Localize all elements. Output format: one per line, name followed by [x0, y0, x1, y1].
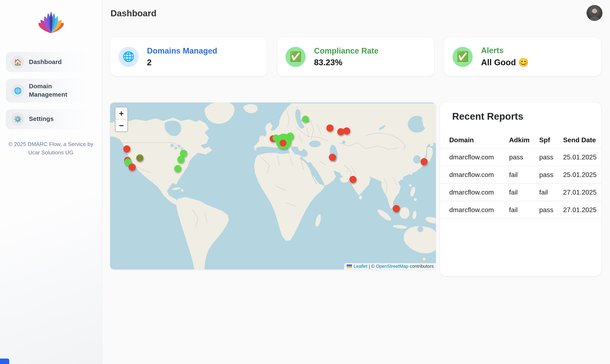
globe-icon: 🌐 — [11, 84, 24, 97]
stat-card-value: 83.23% — [314, 58, 378, 67]
report-cell: pass — [539, 171, 563, 179]
map-attribution: Leaflet | © OpenStreetMap contributors — [344, 263, 436, 270]
report-marker-red[interactable] — [123, 145, 130, 153]
recent-reports-panel: Recent Reports DomainAdkimSpfSend Datedm… — [440, 103, 601, 276]
leaf-logo-icon — [38, 9, 63, 34]
report-marker-green[interactable] — [180, 150, 187, 157]
sidebar-item-label: Dashboard — [29, 58, 62, 66]
stat-cards-row: 🌐Domains Managed2✅Compliance Rate83.23%✅… — [110, 37, 601, 76]
report-row: dmarcflow.comfailpass25.01.2025 — [440, 166, 601, 184]
sidebar-item-label: Domain Management — [29, 82, 80, 99]
column-header: Spf — [539, 136, 563, 144]
zoom-out-button[interactable]: − — [116, 120, 127, 131]
report-row: dmarcflow.comfailfail27.01.2025 — [440, 184, 601, 201]
report-marker-red[interactable] — [349, 176, 357, 183]
report-row: dmarcflow.compasspass25.01.2025 — [440, 149, 601, 166]
sidebar-nav: 🏠Dashboard🌐Domain Management⚙️Settings — [0, 52, 102, 129]
leaflet-link[interactable]: Leaflet — [354, 264, 367, 269]
check-icon: ✅ — [286, 47, 306, 67]
stat-card-alerts: ✅AlertsAll Good 😊 — [444, 37, 601, 76]
sidebar-footer-text: © 2025 DMARC Flow, a Service by Ucar Sol… — [0, 140, 102, 157]
reports-table: DomainAdkimSpfSend Datedmarcflow.compass… — [440, 132, 601, 219]
attribution-suffix: contributors — [408, 264, 434, 269]
map-zoom-control: + − — [115, 107, 128, 132]
report-cell: fail — [509, 206, 539, 214]
report-cell: pass — [509, 153, 539, 161]
report-cell: 25.01.2025 — [563, 153, 597, 161]
home-icon: 🏠 — [11, 55, 24, 68]
stat-card-title: Alerts — [481, 46, 529, 55]
report-cell: 25.01.2025 — [563, 171, 597, 179]
report-cell: 27.01.2025 — [563, 206, 597, 214]
map-tiles — [110, 103, 436, 270]
openstreetmap-link[interactable]: OpenStreetMap — [376, 264, 408, 269]
report-marker-red[interactable] — [280, 140, 287, 147]
gear-icon: ⚙️ — [11, 113, 24, 126]
column-header: Adkim — [509, 136, 539, 144]
stat-card-domains-managed: 🌐Domains Managed2 — [110, 37, 267, 76]
report-cell: dmarcflow.com — [449, 206, 509, 214]
sidebar-item-dashboard[interactable]: 🏠Dashboard — [6, 52, 89, 72]
stat-card-value: All Good 😊 — [481, 57, 529, 67]
column-header: Domain — [449, 136, 509, 144]
report-cell: dmarcflow.com — [449, 171, 509, 179]
globe-icon: 🌐 — [119, 47, 139, 67]
report-marker-red[interactable] — [329, 154, 336, 161]
report-marker-red[interactable] — [343, 127, 350, 134]
report-cell: dmarcflow.com — [449, 188, 509, 196]
sidebar: 🏠Dashboard🌐Domain Management⚙️Settings ©… — [0, 0, 102, 364]
partial-bottom-left-element — [0, 359, 9, 364]
user-avatar[interactable] — [586, 5, 602, 21]
report-cell: 27.01.2025 — [563, 188, 597, 196]
check-icon: ✅ — [452, 47, 473, 67]
report-marker-red[interactable] — [326, 124, 333, 131]
report-cell: fail — [509, 171, 539, 179]
sidebar-item-label: Settings — [29, 115, 53, 123]
attribution-separator: | © — [367, 264, 376, 269]
report-cell: fail — [509, 188, 539, 196]
sidebar-item-domain-management[interactable]: 🌐Domain Management — [6, 79, 89, 102]
stat-card-title: Compliance Rate — [314, 46, 378, 55]
report-marker-red[interactable] — [129, 164, 136, 171]
dashboard-page: 🏠Dashboard🌐Domain Management⚙️Settings ©… — [0, 0, 610, 364]
stat-card-compliance-rate: ✅Compliance Rate83.23% — [277, 37, 434, 76]
avatar-photo — [586, 5, 602, 21]
report-cell: pass — [539, 206, 563, 214]
report-cell: fail — [539, 188, 563, 196]
report-cell: pass — [539, 153, 563, 161]
report-marker-olive[interactable] — [136, 154, 143, 161]
report-marker-green[interactable] — [174, 165, 181, 172]
app-logo — [0, 0, 102, 34]
stat-card-title: Domains Managed — [147, 46, 217, 55]
report-row: dmarcflow.comfailpass27.01.2025 — [440, 201, 601, 219]
report-marker-red[interactable] — [393, 205, 400, 212]
report-marker-green[interactable] — [302, 116, 309, 122]
sidebar-item-settings[interactable]: ⚙️Settings — [6, 109, 89, 129]
ukraine-flag-icon — [346, 264, 352, 268]
report-marker-green[interactable] — [177, 156, 185, 163]
reports-header-row: DomainAdkimSpfSend Date — [440, 132, 601, 149]
page-title: Dashboard — [110, 8, 156, 18]
world-map[interactable]: + − Leaflet | © OpenStreetMap contributo… — [110, 103, 436, 270]
stat-card-value: 2 — [147, 58, 217, 67]
recent-reports-title: Recent Reports — [452, 111, 601, 122]
report-cell: dmarcflow.com — [449, 153, 509, 161]
column-header: Send Date — [563, 136, 596, 144]
zoom-in-button[interactable]: + — [116, 107, 127, 120]
report-marker-red[interactable] — [421, 158, 428, 165]
